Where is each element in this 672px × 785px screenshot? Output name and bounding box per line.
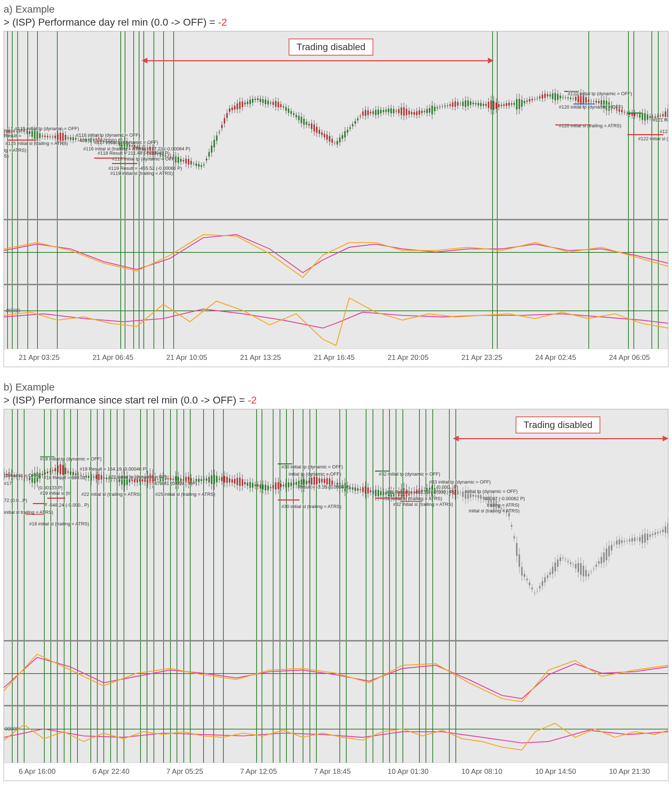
svg-rect-185 [239, 102, 241, 108]
trade-annotation: #31 Result = -492.72 (-0.000.. P) [386, 489, 454, 495]
svg-rect-761 [311, 478, 312, 485]
svg-rect-809 [373, 490, 374, 494]
svg-rect-1035 [662, 530, 664, 532]
svg-rect-353 [454, 101, 456, 107]
svg-rect-321 [414, 112, 415, 115]
svg-rect-1039 [667, 523, 668, 534]
svg-rect-729 [270, 487, 271, 488]
svg-rect-345 [444, 106, 446, 107]
svg-rect-363 [467, 100, 469, 106]
svg-rect-599 [103, 477, 105, 479]
svg-rect-309 [398, 109, 399, 113]
svg-rect-1029 [654, 533, 656, 535]
chart-a-indicator1-panel [4, 219, 668, 284]
trade-annotation: = -548.24 (-0.000.. P) [44, 502, 89, 508]
svg-rect-173 [224, 118, 225, 124]
svg-rect-251 [324, 134, 325, 138]
svg-rect-763 [313, 476, 315, 485]
svg-rect-57 [75, 138, 76, 139]
trade-annotation: 72 (0.0...P) [4, 497, 27, 503]
trade-annotation: initial tp (dynamic = OFF) [288, 471, 341, 477]
svg-rect-957 [562, 557, 564, 558]
svg-rect-265 [341, 135, 343, 139]
svg-rect-219 [283, 106, 284, 108]
svg-rect-973 [583, 566, 584, 577]
svg-rect-157 [203, 164, 205, 165]
svg-rect-951 [555, 563, 556, 572]
series-orange [4, 654, 668, 702]
svg-rect-653 [173, 479, 174, 480]
chart-a-xaxis: 21 Apr 03:2521 Apr 06:4521 Apr 10:0521 A… [4, 349, 668, 367]
svg-rect-413 [532, 99, 533, 100]
svg-rect-53 [70, 138, 71, 139]
trading-disabled-label-a: Trading disabled [288, 39, 373, 56]
svg-rect-137 [178, 157, 179, 163]
svg-rect-703 [237, 478, 238, 485]
svg-rect-205 [265, 100, 266, 104]
svg-rect-225 [290, 111, 292, 114]
svg-rect-963 [570, 563, 571, 564]
svg-rect-937 [536, 591, 538, 591]
svg-rect-947 [549, 572, 551, 575]
svg-rect-919 [513, 536, 515, 538]
svg-rect-435 [560, 95, 561, 99]
svg-rect-917 [511, 525, 512, 527]
svg-rect-189 [244, 103, 246, 105]
trading-disabled-label-b: Trading disabled [516, 416, 600, 433]
x-tick-label: 21 Apr 23:25 [462, 353, 502, 362]
trade-annotation: #30 initial tp (dynamic = OFF) [281, 464, 343, 469]
arrow-left-icon [142, 58, 147, 64]
svg-rect-161 [208, 152, 210, 156]
trade-annotation: #121 initial tp (dynamic = OFF) [568, 91, 632, 96]
svg-rect-365 [470, 101, 471, 105]
trade-annotation: (0.000...P) [437, 484, 458, 490]
example-b-subtitle: > (ISP) Performance since start rel min … [4, 394, 668, 406]
trade-annotation: #33 initial tp (dynamic = OFF) [429, 479, 491, 485]
trade-annotation: #19 Result = 164.19 (0.00046 P) [80, 466, 147, 472]
svg-rect-949 [552, 567, 554, 574]
svg-rect-705 [239, 477, 241, 486]
svg-rect-591 [93, 477, 94, 478]
svg-rect-801 [362, 487, 363, 492]
svg-rect-375 [483, 104, 484, 106]
svg-rect-457 [588, 100, 589, 102]
svg-rect-369 [475, 103, 476, 105]
trade-annotation: #32 initial sl (trailing = ATRS) [393, 502, 453, 507]
chart-a-ind2-svg [4, 285, 668, 349]
svg-rect-515 [662, 114, 664, 116]
svg-rect-813 [377, 490, 379, 496]
svg-rect-247 [318, 130, 320, 134]
trading-disabled-arrow-a [147, 60, 488, 61]
chart-b-container: Trading disabled (dynamic = OFF)#19 init… [4, 409, 668, 781]
svg-rect-241 [311, 124, 312, 129]
svg-rect-569 [65, 468, 66, 474]
svg-rect-893 [480, 495, 482, 499]
svg-rect-675 [201, 479, 202, 481]
svg-rect-989 [603, 552, 605, 562]
svg-rect-237 [306, 122, 307, 125]
svg-rect-733 [275, 482, 276, 489]
svg-rect-147 [190, 161, 192, 164]
chart-a-indicator2-panel: .00000 [4, 284, 668, 349]
chart-b-ind1-svg [4, 641, 668, 705]
svg-rect-925 [521, 567, 522, 576]
svg-rect-319 [411, 112, 412, 114]
svg-rect-759 [309, 481, 310, 483]
svg-rect-969 [578, 563, 579, 572]
svg-rect-447 [575, 97, 577, 100]
svg-rect-213 [275, 101, 276, 107]
svg-rect-1015 [637, 539, 638, 539]
x-tick-label: 21 Apr 03:25 [19, 353, 59, 362]
svg-rect-389 [500, 105, 502, 106]
svg-rect-743 [288, 482, 289, 488]
svg-rect-597 [101, 475, 102, 480]
svg-rect-43 [57, 134, 58, 140]
svg-rect-757 [306, 481, 307, 484]
trade-annotation: #19 initial tp (dynamic = OFF) [40, 456, 101, 461]
x-tick-label: 6 Apr 22:40 [93, 767, 129, 776]
chart-a-main-panel: Trading disabled mic = OFF)Result = #115… [4, 31, 668, 219]
trade-annotation: (0.00133 P) [38, 485, 63, 490]
svg-rect-501 [644, 113, 646, 121]
svg-rect-687 [216, 476, 218, 482]
svg-rect-939 [539, 586, 541, 588]
